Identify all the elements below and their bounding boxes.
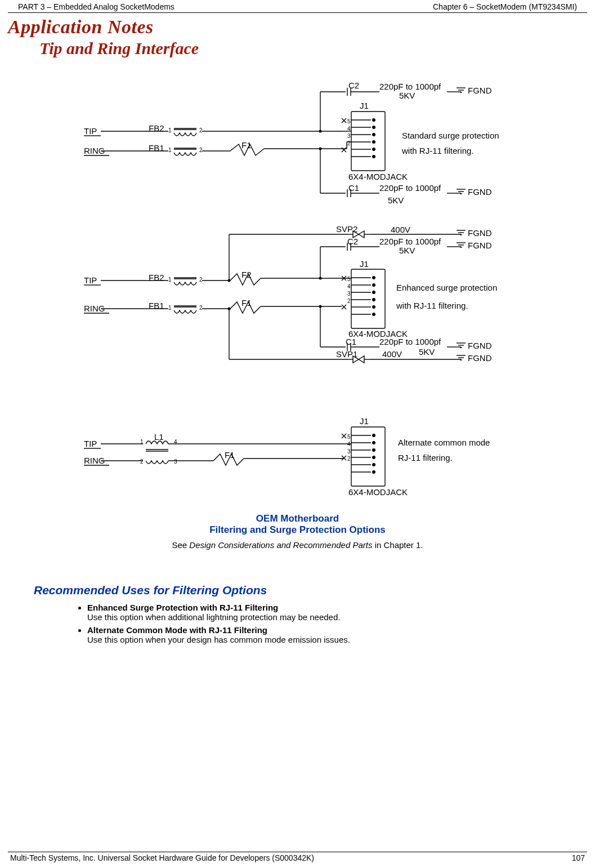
header-left: PART 3 – Embedded Analog SocketModems bbox=[18, 2, 175, 11]
svg-text:TIP: TIP bbox=[84, 439, 97, 448]
svg-text:FGND: FGND bbox=[468, 86, 492, 95]
svg-point-193 bbox=[372, 448, 375, 452]
caption-line1: OEM Motherboard bbox=[0, 513, 595, 524]
diagram-alternate: TIP RING L1 1 2 4 3 F1 J1 bbox=[84, 416, 490, 497]
svg-text:4: 4 bbox=[347, 441, 351, 447]
svg-point-159 bbox=[372, 313, 375, 316]
svg-text:5KV: 5KV bbox=[419, 347, 435, 357]
svg-point-49 bbox=[372, 133, 375, 136]
svg-point-189 bbox=[372, 434, 375, 437]
svg-text:6X4-MODJACK: 6X4-MODJACK bbox=[348, 487, 408, 497]
svg-text:2: 2 bbox=[140, 459, 144, 465]
svg-point-55 bbox=[372, 155, 375, 158]
svg-text:220pF to 1000pf: 220pF to 1000pf bbox=[379, 183, 441, 193]
svg-text:5KV: 5KV bbox=[388, 195, 404, 205]
svg-text:with RJ-11 filtering.: with RJ-11 filtering. bbox=[401, 146, 474, 155]
txt-c1-1: C1 bbox=[348, 183, 359, 193]
rec-item-1: Alternate Common Mode with RJ-11 Filteri… bbox=[87, 625, 595, 644]
svg-point-153 bbox=[372, 291, 375, 294]
svg-text:1: 1 bbox=[168, 127, 172, 133]
diagram-enhanced: TIP RING FB2 FB1 1 1 2 2 F2 F1 bbox=[84, 224, 497, 363]
svg-text:FGND: FGND bbox=[468, 187, 492, 197]
header-right: Chapter 6 – SocketModem (MT9234SMI) bbox=[433, 2, 577, 11]
svg-text:1: 1 bbox=[168, 277, 172, 283]
svg-text:6X4-MODJACK: 6X4-MODJACK bbox=[348, 329, 408, 339]
svg-text:FGND: FGND bbox=[468, 241, 492, 250]
svg-text:2: 2 bbox=[199, 305, 203, 311]
svg-text:5: 5 bbox=[347, 118, 351, 124]
footer-page: 107 bbox=[572, 853, 585, 862]
svg-text:FGND: FGND bbox=[468, 353, 492, 363]
svg-point-195 bbox=[372, 456, 375, 459]
svg-text:2: 2 bbox=[347, 456, 351, 462]
svg-text:5: 5 bbox=[347, 434, 351, 440]
svg-text:400V: 400V bbox=[391, 225, 410, 234]
caption-block: OEM Motherboard Filtering and Surge Prot… bbox=[0, 513, 595, 550]
svg-point-197 bbox=[372, 463, 375, 466]
schematic-svg: .w { stroke:#000; stroke-width:1.4; fill… bbox=[67, 75, 529, 509]
svg-text:5KV: 5KV bbox=[399, 91, 415, 100]
svg-text:Alternate common mode: Alternate common mode bbox=[398, 438, 490, 447]
txt-jack-1: 6X4-MODJACK bbox=[348, 172, 408, 181]
svg-point-155 bbox=[372, 298, 375, 301]
svg-text:400V: 400V bbox=[382, 349, 402, 359]
txt-tip: TIP bbox=[84, 126, 97, 136]
jack-1: 5 4 3 2 bbox=[342, 112, 385, 171]
svg-text:1: 1 bbox=[168, 147, 172, 153]
title-main: Application Notes bbox=[8, 16, 595, 38]
rec-list: Enhanced Surge Protection with RJ-11 Fil… bbox=[87, 603, 595, 644]
svg-point-149 bbox=[372, 276, 375, 279]
svg-text:FGND: FGND bbox=[468, 341, 492, 350]
svg-text:3: 3 bbox=[347, 291, 351, 297]
svg-point-191 bbox=[372, 441, 375, 444]
svg-text:2: 2 bbox=[347, 140, 351, 146]
svg-text:3: 3 bbox=[347, 448, 351, 455]
page-footer: Multi-Tech Systems, Inc. Universal Socke… bbox=[8, 852, 587, 862]
svg-point-47 bbox=[372, 126, 375, 129]
svg-text:3: 3 bbox=[174, 459, 177, 465]
svg-text:J1: J1 bbox=[360, 416, 369, 426]
svg-rect-43 bbox=[351, 112, 385, 171]
diagram-standard: TIP RING FB2 FB1 1 1 2 2 F1 bbox=[84, 81, 499, 205]
svg-point-199 bbox=[372, 470, 375, 474]
svg-text:1: 1 bbox=[140, 439, 144, 445]
caption-line2: Filtering and Surge Protection Options bbox=[0, 524, 595, 536]
caption-note: See Design Considerations and Recommende… bbox=[0, 540, 595, 550]
svg-text:1: 1 bbox=[168, 305, 172, 311]
svg-text:Enhanced surge protection: Enhanced surge protection bbox=[396, 283, 497, 292]
diagram-area: .w { stroke:#000; stroke-width:1.4; fill… bbox=[0, 75, 595, 509]
svg-point-51 bbox=[372, 140, 375, 144]
svg-text:2: 2 bbox=[347, 298, 351, 304]
svg-rect-187 bbox=[351, 427, 385, 486]
svg-text:4: 4 bbox=[347, 283, 351, 290]
svg-rect-147 bbox=[351, 269, 385, 328]
svg-text:C2: C2 bbox=[347, 237, 358, 246]
svg-text:L1: L1 bbox=[154, 432, 164, 442]
title-sub: Tip and Ring Interface bbox=[39, 39, 595, 58]
svg-text:RJ-11 filtering.: RJ-11 filtering. bbox=[398, 453, 453, 462]
txt-c2-1: C2 bbox=[348, 81, 359, 90]
txt-j1-1: J1 bbox=[360, 101, 369, 110]
svg-text:SVP2: SVP2 bbox=[336, 224, 357, 234]
svg-point-45 bbox=[372, 118, 375, 122]
rec-heading: Recommended Uses for Filtering Options bbox=[34, 584, 595, 597]
rec-item-0: Enhanced Surge Protection with RJ-11 Fil… bbox=[87, 603, 595, 622]
svg-text:J1: J1 bbox=[360, 259, 369, 269]
svg-text:3: 3 bbox=[347, 133, 351, 139]
svg-text:220pF to 1000pf: 220pF to 1000pf bbox=[379, 237, 441, 246]
svg-text:with RJ-11 filtering.: with RJ-11 filtering. bbox=[396, 301, 468, 310]
svg-point-151 bbox=[372, 283, 375, 287]
svg-text:Standard surge protection: Standard surge protection bbox=[402, 131, 499, 140]
svg-text:5: 5 bbox=[347, 276, 351, 282]
svg-text:FGND: FGND bbox=[468, 228, 492, 238]
svg-marker-96 bbox=[359, 231, 364, 238]
svg-text:5KV: 5KV bbox=[399, 246, 415, 255]
svg-text:220pF to 1000pf: 220pF to 1000pf bbox=[379, 82, 441, 91]
svg-text:2: 2 bbox=[199, 127, 203, 133]
svg-text:SVP1: SVP1 bbox=[336, 349, 357, 359]
page-header: PART 3 – Embedded Analog SocketModems Ch… bbox=[8, 0, 587, 13]
svg-marker-135 bbox=[359, 356, 364, 363]
footer-left: Multi-Tech Systems, Inc. Universal Socke… bbox=[10, 853, 314, 862]
svg-point-53 bbox=[372, 148, 375, 151]
svg-text:2: 2 bbox=[199, 277, 203, 283]
